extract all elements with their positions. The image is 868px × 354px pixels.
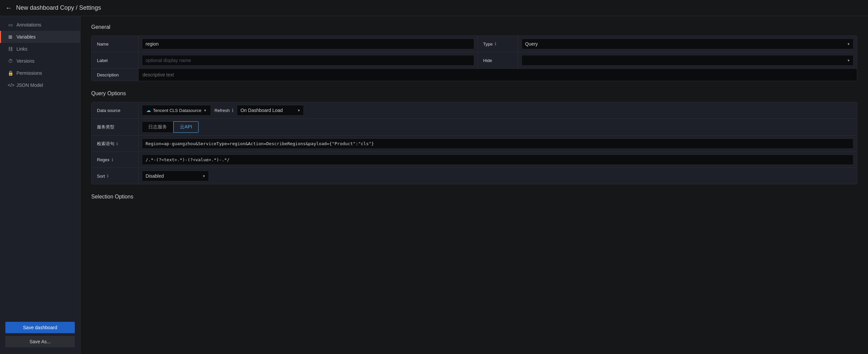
sort-info-icon[interactable]: ℹ [107, 174, 108, 178]
save-dashboard-button[interactable]: Save dashboard [5, 322, 75, 333]
description-row: Description [92, 69, 857, 81]
service-tab-log[interactable]: 日志服务 [142, 121, 174, 133]
links-icon: ⛓ [8, 46, 13, 52]
type-select-wrapper: Query Custom Constant DataSource Interva… [522, 38, 854, 49]
datasource-row: Data source ☁ Tencent CLS Datasource ▼ R… [92, 102, 857, 119]
regex-row: Regex ℹ [92, 152, 857, 168]
service-tab-api[interactable]: 云API [174, 121, 198, 133]
label-label: Label [92, 52, 138, 68]
selection-options-title: Selection Options [91, 194, 857, 200]
refresh-info-icon[interactable]: ℹ [232, 107, 234, 113]
query-options-section: Query Options Data source ☁ Tencent CLS … [91, 91, 857, 184]
query-label: 检索语句 ℹ [92, 136, 138, 152]
permissions-icon: 🔒 [8, 70, 13, 76]
sidebar-item-variables[interactable]: ⊞ Variables [0, 31, 80, 43]
service-tabs: 日志服务 云API [142, 121, 198, 133]
sidebar-item-label: Permissions [17, 70, 42, 76]
sort-select-wrapper: Disabled Alphabetical (asc) Alphabetical… [142, 171, 209, 181]
general-section: General Name Type ℹ [91, 24, 857, 81]
hide-select-wrapper: Variable Label ▼ [522, 55, 854, 66]
datasource-select-button[interactable]: ☁ Tencent CLS Datasource ▼ [142, 105, 211, 116]
sidebar-item-label: Annotations [17, 22, 41, 28]
versions-icon: ⏱ [8, 58, 13, 64]
sort-label: Sort ℹ [92, 168, 138, 184]
description-label: Description [92, 69, 138, 81]
on-load-select[interactable]: On Dashboard Load On Time Range Change [237, 105, 304, 116]
datasource-chevron: ▼ [204, 108, 207, 112]
datasource-name: Tencent CLS Datasource [153, 108, 202, 113]
datasource-label: Data source [92, 102, 138, 118]
sidebar-item-versions[interactable]: ⏱ Versions [0, 55, 80, 67]
selection-options-section: Selection Options [91, 194, 857, 200]
refresh-group: Refresh ℹ [214, 107, 234, 113]
service-label: 服务类型 [92, 119, 138, 135]
sidebar-item-permissions[interactable]: 🔒 Permissions [0, 67, 80, 79]
name-label: Name [92, 36, 138, 52]
json-model-icon: </> [8, 83, 13, 88]
label-hide-row: Label Hide Variable Label [92, 52, 857, 69]
on-load-select-wrapper: On Dashboard Load On Time Range Change ▼ [237, 105, 304, 116]
regex-info-icon[interactable]: ℹ [112, 158, 113, 162]
query-info-icon[interactable]: ℹ [116, 141, 118, 146]
sidebar-item-label: Variables [17, 34, 36, 39]
name-type-row: Name Type ℹ Query Custom [92, 36, 857, 52]
label-input[interactable] [142, 55, 474, 66]
sort-select[interactable]: Disabled Alphabetical (asc) Alphabetical… [142, 171, 209, 181]
regex-input[interactable] [142, 155, 854, 165]
type-select[interactable]: Query Custom Constant DataSource Interva… [522, 38, 854, 49]
sidebar-item-label: JSON Model [17, 83, 43, 88]
regex-label: Regex ℹ [92, 152, 138, 168]
sidebar-item-annotations[interactable]: ▭ Annotations [0, 19, 80, 31]
hide-label: Hide [478, 52, 518, 68]
sort-row: Sort ℹ Disabled Alphabetical (asc) Alpha… [92, 168, 857, 184]
type-label: Type ℹ [478, 36, 518, 52]
save-as-button[interactable]: Save As... [5, 336, 75, 347]
sidebar-actions: Save dashboard Save As... [0, 318, 80, 351]
sidebar-item-label: Links [17, 46, 28, 52]
annotations-icon: ▭ [8, 22, 13, 28]
hide-select[interactable]: Variable Label [522, 55, 854, 66]
sidebar-item-links[interactable]: ⛓ Links [0, 43, 80, 55]
name-input[interactable] [142, 38, 474, 49]
page-title: New dashboard Copy / Settings [16, 4, 101, 11]
service-type-row: 服务类型 日志服务 云API [92, 119, 857, 136]
sidebar: ▭ Annotations ⊞ Variables ⛓ Links ⏱ Vers… [0, 16, 81, 354]
header: ← New dashboard Copy / Settings [0, 0, 868, 16]
cloud-icon: ☁ [146, 107, 151, 113]
back-button[interactable]: ← [5, 4, 12, 12]
description-input[interactable] [138, 69, 857, 81]
main-content: General Name Type ℹ [81, 16, 868, 354]
general-section-title: General [91, 24, 857, 30]
refresh-label: Refresh [214, 108, 230, 113]
sidebar-item-json-model[interactable]: </> JSON Model [0, 79, 80, 91]
type-info-icon[interactable]: ℹ [495, 41, 496, 46]
variables-icon: ⊞ [8, 34, 13, 39]
sidebar-item-label: Versions [17, 58, 35, 64]
query-input[interactable] [142, 138, 854, 149]
query-input-row: 检索语句 ℹ [92, 136, 857, 152]
query-options-title: Query Options [91, 91, 857, 97]
